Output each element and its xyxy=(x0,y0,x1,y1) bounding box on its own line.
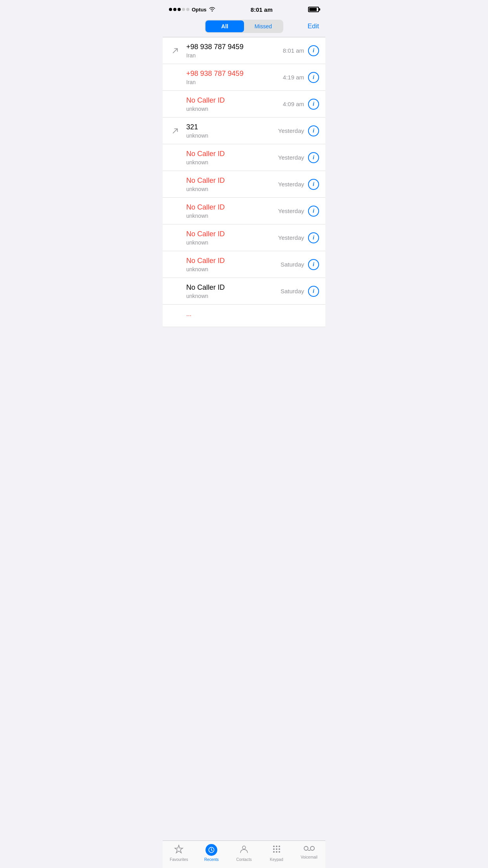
info-button[interactable]: i xyxy=(308,286,319,297)
call-time: Saturday xyxy=(281,288,304,294)
call-item[interactable]: +98 938 787 9459 Iran 8:01 am i xyxy=(163,37,325,64)
call-item[interactable]: No Caller ID unknown Yesterday i xyxy=(163,144,325,171)
info-button[interactable]: i xyxy=(308,72,319,83)
call-info: No Caller ID unknown xyxy=(186,149,278,166)
call-info: 321 unknown xyxy=(186,123,278,139)
call-info: No Caller ID unknown xyxy=(186,96,283,112)
wifi-icon xyxy=(209,6,215,13)
call-right: 4:19 am i xyxy=(283,72,319,83)
call-time: 4:09 am xyxy=(283,101,304,107)
call-direction-icon-placeholder xyxy=(169,285,182,298)
call-direction-icon xyxy=(169,125,182,137)
call-time: Saturday xyxy=(281,261,304,268)
call-time: Yesterday xyxy=(278,154,304,161)
call-time: Yesterday xyxy=(278,208,304,214)
call-info: No Caller ID unknown xyxy=(186,283,281,299)
info-button[interactable]: i xyxy=(308,152,319,163)
call-time: Yesterday xyxy=(278,127,304,134)
status-right xyxy=(308,7,319,12)
call-name: No Caller ID xyxy=(186,96,283,105)
call-right: 4:09 am i xyxy=(283,99,319,110)
call-name: No Caller ID xyxy=(186,149,278,158)
status-bar: Optus 8:01 am xyxy=(163,0,325,17)
call-name: No Caller ID xyxy=(186,176,278,185)
call-time: Yesterday xyxy=(278,181,304,188)
call-name: 321 xyxy=(186,123,278,132)
info-button[interactable]: i xyxy=(308,179,319,190)
segment-all-button[interactable]: All xyxy=(205,20,244,32)
info-button[interactable]: i xyxy=(308,259,319,270)
call-info: No Caller ID unknown xyxy=(186,256,281,272)
call-item[interactable]: ··· xyxy=(163,305,325,327)
call-list: +98 938 787 9459 Iran 8:01 am i +98 938 … xyxy=(163,37,325,327)
call-name: No Caller ID xyxy=(186,203,278,212)
call-right: Yesterday i xyxy=(278,125,319,136)
call-right: Saturday i xyxy=(281,259,319,270)
call-sub: Iran xyxy=(186,79,283,85)
battery-fill xyxy=(309,8,317,11)
call-info: ··· xyxy=(186,312,319,320)
signal-dots xyxy=(169,8,189,11)
call-name: No Caller ID xyxy=(186,230,278,239)
call-item[interactable]: No Caller ID unknown Yesterday i xyxy=(163,198,325,224)
battery-icon xyxy=(308,7,319,12)
call-info: No Caller ID unknown xyxy=(186,230,278,246)
call-list-container: +98 938 787 9459 Iran 8:01 am i +98 938 … xyxy=(163,37,325,359)
call-info: +98 938 787 9459 Iran xyxy=(186,42,283,59)
call-direction-icon-placeholder xyxy=(169,71,182,84)
call-sub: unknown xyxy=(186,132,278,139)
signal-dot-1 xyxy=(169,8,172,11)
segment-missed-button[interactable]: Missed xyxy=(244,20,283,32)
call-info: No Caller ID unknown xyxy=(186,203,278,219)
signal-dot-3 xyxy=(178,8,181,11)
call-direction-icon-placeholder xyxy=(169,309,182,322)
call-time: Yesterday xyxy=(278,234,304,241)
call-time: 4:19 am xyxy=(283,74,304,81)
info-button[interactable]: i xyxy=(308,232,319,243)
segment-control: All Missed xyxy=(205,20,283,33)
call-direction-icon-placeholder xyxy=(169,178,182,191)
call-sub: unknown xyxy=(186,293,281,299)
call-right: Saturday i xyxy=(281,286,319,297)
carrier-label: Optus xyxy=(192,7,207,13)
call-right: Yesterday i xyxy=(278,179,319,190)
info-button[interactable]: i xyxy=(308,99,319,110)
call-sub: unknown xyxy=(186,159,278,166)
call-sub: unknown xyxy=(186,266,281,272)
call-sub: unknown xyxy=(186,213,278,219)
call-item[interactable]: No Caller ID unknown Saturday i xyxy=(163,278,325,305)
edit-button[interactable]: Edit xyxy=(308,22,319,30)
signal-dot-5 xyxy=(186,8,189,11)
signal-dot-2 xyxy=(173,8,176,11)
status-left: Optus xyxy=(169,6,215,13)
info-button[interactable]: i xyxy=(308,206,319,217)
call-right: Yesterday i xyxy=(278,232,319,243)
call-right: 8:01 am i xyxy=(283,45,319,56)
info-button[interactable]: i xyxy=(308,45,319,56)
call-direction-icon-placeholder xyxy=(169,258,182,271)
call-item[interactable]: +98 938 787 9459 Iran 4:19 am i xyxy=(163,64,325,91)
call-direction-icon-placeholder xyxy=(169,151,182,164)
call-name: ··· xyxy=(186,312,319,320)
signal-dot-4 xyxy=(182,8,185,11)
call-direction-icon-placeholder xyxy=(169,232,182,244)
call-item[interactable]: 321 unknown Yesterday i xyxy=(163,118,325,144)
call-direction-icon xyxy=(169,44,182,57)
call-sub: Iran xyxy=(186,52,283,59)
header: All Missed Edit xyxy=(163,17,325,37)
call-name: No Caller ID xyxy=(186,256,281,265)
call-name: +98 938 787 9459 xyxy=(186,69,283,78)
call-time: 8:01 am xyxy=(283,47,304,54)
info-button[interactable]: i xyxy=(308,125,319,136)
call-sub: unknown xyxy=(186,106,283,112)
call-item[interactable]: No Caller ID unknown Saturday i xyxy=(163,251,325,278)
call-info: +98 938 787 9459 Iran xyxy=(186,69,283,85)
call-item[interactable]: No Caller ID unknown Yesterday i xyxy=(163,224,325,251)
call-right: Yesterday i xyxy=(278,206,319,217)
call-name: +98 938 787 9459 xyxy=(186,42,283,51)
call-item[interactable]: No Caller ID unknown Yesterday i xyxy=(163,171,325,198)
call-info: No Caller ID unknown xyxy=(186,176,278,192)
call-item[interactable]: No Caller ID unknown 4:09 am i xyxy=(163,91,325,118)
call-direction-icon-placeholder xyxy=(169,98,182,110)
call-name: No Caller ID xyxy=(186,283,281,292)
